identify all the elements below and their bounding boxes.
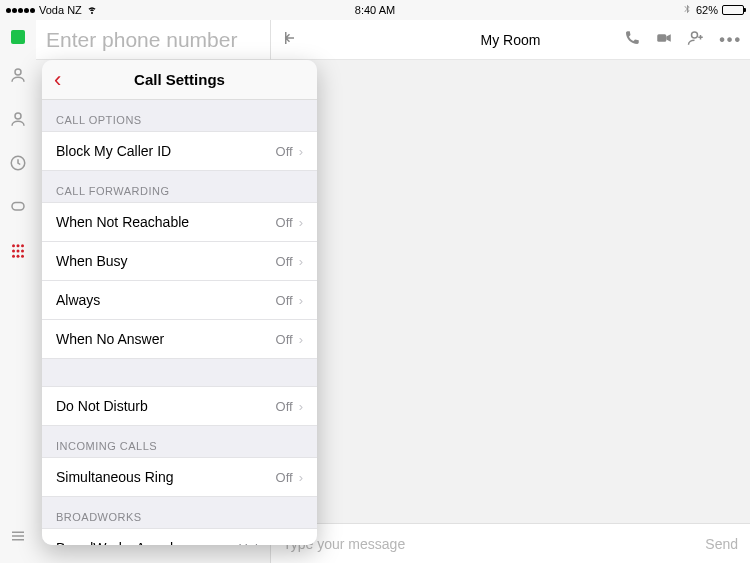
phone-input-placeholder: Enter phone number bbox=[46, 28, 237, 52]
signal-icon bbox=[6, 8, 35, 13]
svg-point-6 bbox=[21, 244, 24, 247]
chevron-right-icon: › bbox=[299, 293, 303, 308]
row-value: Off bbox=[276, 399, 293, 414]
section-broadworks: BROADWORKS bbox=[42, 497, 317, 529]
popover-header: ‹ Call Settings bbox=[42, 60, 317, 100]
add-person-icon[interactable] bbox=[687, 29, 705, 51]
chevron-right-icon: › bbox=[299, 470, 303, 485]
back-button[interactable]: ‹ bbox=[54, 67, 61, 93]
row-value: Off bbox=[276, 293, 293, 308]
send-button[interactable]: Send bbox=[705, 536, 738, 552]
call-settings-popover: ‹ Call Settings CALL OPTIONS Block My Ca… bbox=[42, 60, 317, 545]
svg-point-7 bbox=[12, 250, 15, 253]
history-icon[interactable] bbox=[9, 154, 27, 176]
row-label: When No Answer bbox=[56, 331, 164, 347]
row-label: When Busy bbox=[56, 253, 128, 269]
compose-bar[interactable]: Type your message Send bbox=[271, 523, 750, 563]
row-value: Off bbox=[276, 332, 293, 347]
svg-rect-13 bbox=[657, 34, 666, 42]
row-no-answer[interactable]: When No Answer Off› bbox=[42, 319, 317, 359]
call-icon[interactable] bbox=[623, 29, 641, 51]
room-title: My Room bbox=[481, 32, 541, 48]
menu-icon[interactable] bbox=[9, 527, 27, 549]
row-label: When Not Reachable bbox=[56, 214, 189, 230]
carrier-label: Voda NZ bbox=[39, 4, 82, 16]
row-value: Off bbox=[276, 215, 293, 230]
collapse-icon[interactable] bbox=[279, 29, 297, 51]
svg-point-11 bbox=[17, 255, 20, 258]
section-call-options: CALL OPTIONS bbox=[42, 100, 317, 132]
svg-rect-3 bbox=[12, 203, 24, 211]
bluetooth-icon bbox=[682, 3, 692, 17]
row-busy[interactable]: When Busy Off› bbox=[42, 241, 317, 281]
row-broadworks-anywhere[interactable]: BroadWorks Anywhere Unknown› bbox=[42, 528, 317, 545]
row-value: Off bbox=[276, 144, 293, 159]
chevron-right-icon: › bbox=[299, 399, 303, 414]
row-not-reachable[interactable]: When Not Reachable Off› bbox=[42, 202, 317, 242]
row-dnd[interactable]: Do Not Disturb Off› bbox=[42, 386, 317, 426]
row-value: Unknown bbox=[238, 541, 292, 546]
battery-icon bbox=[722, 5, 744, 15]
chevron-right-icon: › bbox=[299, 215, 303, 230]
row-label: Do Not Disturb bbox=[56, 398, 148, 414]
contact-alt-icon[interactable] bbox=[9, 110, 27, 132]
popover-title: Call Settings bbox=[134, 71, 225, 88]
row-value: Off bbox=[276, 254, 293, 269]
svg-point-1 bbox=[15, 113, 21, 119]
dialpad-icon[interactable] bbox=[9, 242, 27, 264]
chat-icon[interactable] bbox=[9, 198, 27, 220]
room-header: My Room ••• bbox=[271, 20, 750, 60]
chevron-right-icon: › bbox=[299, 254, 303, 269]
row-label: Always bbox=[56, 292, 100, 308]
row-always[interactable]: Always Off› bbox=[42, 280, 317, 320]
chevron-right-icon: › bbox=[299, 144, 303, 159]
row-value: Off bbox=[276, 470, 293, 485]
chevron-right-icon: › bbox=[299, 332, 303, 347]
svg-point-12 bbox=[21, 255, 24, 258]
svg-point-5 bbox=[17, 244, 20, 247]
more-icon[interactable]: ••• bbox=[719, 31, 742, 49]
svg-point-10 bbox=[12, 255, 15, 258]
svg-point-4 bbox=[12, 244, 15, 247]
svg-point-14 bbox=[692, 32, 698, 38]
svg-point-8 bbox=[17, 250, 20, 253]
section-incoming: INCOMING CALLS bbox=[42, 426, 317, 458]
wifi-icon bbox=[86, 3, 98, 17]
presence-indicator[interactable] bbox=[11, 30, 25, 44]
status-bar: Voda NZ 8:40 AM 62% bbox=[0, 0, 750, 20]
row-block-caller-id[interactable]: Block My Caller ID Off› bbox=[42, 131, 317, 171]
phone-number-input[interactable]: Enter phone number bbox=[36, 20, 270, 60]
video-icon[interactable] bbox=[655, 29, 673, 51]
row-label: BroadWorks Anywhere bbox=[56, 540, 198, 545]
svg-point-0 bbox=[15, 69, 21, 75]
row-label: Simultaneous Ring bbox=[56, 469, 174, 485]
clock-label: 8:40 AM bbox=[355, 4, 395, 16]
section-call-forwarding: CALL FORWARDING bbox=[42, 171, 317, 203]
row-sim-ring[interactable]: Simultaneous Ring Off› bbox=[42, 457, 317, 497]
row-label: Block My Caller ID bbox=[56, 143, 171, 159]
chevron-right-icon: › bbox=[299, 541, 303, 546]
sidebar-rail bbox=[0, 20, 36, 563]
contact-icon[interactable] bbox=[9, 66, 27, 88]
room-body bbox=[271, 60, 750, 523]
battery-pct-label: 62% bbox=[696, 4, 718, 16]
svg-point-9 bbox=[21, 250, 24, 253]
